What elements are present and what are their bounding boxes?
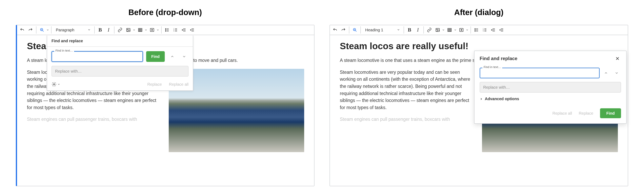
link-button[interactable]	[116, 26, 124, 34]
heading-dropdown[interactable]: Heading 1	[362, 26, 402, 34]
advanced-options-label: Advanced options	[485, 97, 519, 101]
find-input[interactable]	[480, 68, 600, 78]
chevron-down-icon	[46, 29, 50, 31]
image-icon	[124, 26, 132, 34]
replace-input[interactable]	[52, 66, 188, 77]
chevron-down-icon	[144, 29, 148, 31]
undo-button[interactable]	[331, 26, 339, 34]
numbered-list-button[interactable]: 123	[172, 26, 180, 34]
toolbar-separator	[349, 26, 349, 34]
indent-button[interactable]	[188, 26, 196, 34]
next-match-button[interactable]	[180, 52, 188, 61]
chevron-down-icon	[156, 29, 160, 31]
svg-point-19	[475, 31, 476, 32]
toolbar-before: Paragraph B I	[17, 25, 314, 35]
chevron-down-icon	[88, 28, 91, 32]
undo-button[interactable]	[18, 26, 26, 34]
heading-dropdown[interactable]: Paragraph	[53, 26, 93, 34]
italic-button[interactable]: I	[414, 26, 422, 34]
redo-button[interactable]	[340, 26, 347, 34]
find-replace-icon	[38, 26, 46, 34]
outdent-button[interactable]	[489, 26, 497, 34]
media-button[interactable]	[148, 26, 160, 34]
find-replace-toolbar-button[interactable]	[351, 26, 359, 34]
before-column: Before (drop-down)	[16, 8, 314, 186]
bold-button[interactable]: B	[406, 26, 414, 34]
toolbar-separator	[36, 26, 36, 34]
svg-point-11	[54, 84, 55, 85]
svg-rect-3	[138, 28, 142, 32]
replace-input[interactable]	[480, 82, 621, 93]
media-icon	[458, 26, 466, 34]
gear-icon	[52, 82, 57, 87]
svg-point-2	[127, 29, 128, 30]
image-button[interactable]	[124, 26, 136, 34]
toolbar-separator	[114, 26, 114, 34]
find-button[interactable]: Find	[146, 51, 165, 62]
bulleted-list-button[interactable]	[472, 26, 480, 34]
replace-button[interactable]: Replace	[579, 111, 593, 116]
next-match-button[interactable]	[612, 69, 621, 77]
svg-point-14	[437, 29, 438, 30]
image-button[interactable]	[434, 26, 445, 34]
toolbar-separator	[404, 26, 404, 34]
svg-text:3: 3	[483, 30, 484, 32]
bold-icon: B	[408, 27, 411, 33]
heading-dropdown-label: Paragraph	[56, 28, 74, 32]
bold-icon: B	[98, 27, 102, 33]
replace-all-button[interactable]: Replace all	[552, 111, 572, 116]
indent-button[interactable]	[498, 26, 506, 34]
chevron-down-icon	[454, 29, 457, 31]
svg-point-5	[166, 29, 166, 29]
doc-paragraph: Steam locomotives are very popular today…	[340, 69, 476, 111]
find-button[interactable]: Find	[600, 108, 621, 118]
link-button[interactable]	[425, 26, 433, 34]
italic-button[interactable]: I	[104, 26, 112, 34]
options-gear-dropdown[interactable]	[52, 82, 60, 87]
toolbar-separator	[161, 26, 162, 34]
find-replace-dialog: Find and replace Find in text…	[474, 51, 626, 124]
chevron-down-icon	[397, 28, 400, 32]
chevron-down-icon	[132, 29, 136, 31]
svg-point-7	[166, 31, 166, 32]
find-field-label: Find in text…	[54, 49, 74, 52]
close-icon	[615, 56, 620, 61]
chevron-right-icon	[480, 97, 483, 101]
italic-icon: I	[417, 27, 419, 33]
advanced-options-toggle[interactable]: Advanced options	[474, 94, 626, 105]
toolbar-after: Heading 1 B I	[330, 25, 628, 35]
chevron-down-icon	[58, 83, 60, 86]
svg-point-18	[475, 30, 476, 30]
after-column: After (dialog) Heading 1	[330, 8, 628, 186]
table-button[interactable]	[446, 26, 457, 34]
heading-dropdown-label: Heading 1	[365, 28, 383, 32]
toolbar-separator	[424, 26, 424, 34]
redo-button[interactable]	[26, 26, 34, 34]
prev-match-button[interactable]	[602, 69, 610, 77]
bold-button[interactable]: B	[96, 26, 104, 34]
find-field-label: Find in text…	[482, 65, 502, 69]
media-icon	[148, 26, 156, 34]
prev-match-button[interactable]	[168, 52, 177, 61]
toolbar-separator	[94, 26, 95, 34]
table-icon	[446, 26, 454, 34]
bulleted-list-button[interactable]	[163, 26, 171, 34]
svg-point-6	[166, 30, 166, 30]
toolbar-separator	[51, 26, 52, 34]
replace-button[interactable]: Replace	[147, 82, 162, 87]
numbered-list-button[interactable]: 123	[481, 26, 489, 34]
svg-rect-15	[448, 28, 451, 32]
media-button[interactable]	[458, 26, 469, 34]
close-button[interactable]	[614, 55, 621, 62]
editor-after: Heading 1 B I	[330, 25, 628, 186]
table-button[interactable]	[136, 26, 148, 34]
replace-all-button[interactable]: Replace all	[169, 82, 188, 87]
fade-overlay	[330, 158, 628, 186]
find-input[interactable]	[52, 51, 143, 62]
chevron-down-icon	[466, 29, 469, 31]
svg-point-17	[475, 29, 476, 29]
outdent-button[interactable]	[180, 26, 188, 34]
find-replace-toolbar-button[interactable]	[38, 26, 50, 34]
chevron-down-icon	[442, 29, 445, 31]
dropdown-title: Find and replace	[47, 36, 193, 47]
